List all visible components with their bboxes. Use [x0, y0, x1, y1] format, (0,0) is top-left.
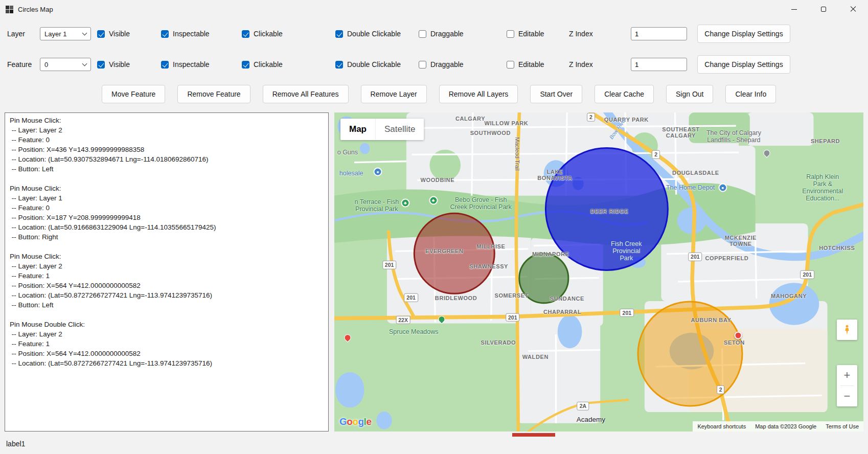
layer-checkbox-double-clickable[interactable]: Double Clickable [335, 30, 419, 38]
minimize-button[interactable] [779, 0, 809, 18]
map-label: holesale [339, 170, 363, 177]
remove-all-features-button[interactable]: Remove All Features [263, 85, 349, 103]
zoom-in-button[interactable]: + [837, 365, 857, 385]
title-bar: Circles Map [0, 0, 868, 18]
checkbox-icon [242, 30, 249, 38]
checkbox-label: Inspectable [173, 60, 210, 69]
map-label: SHEPARD [811, 138, 840, 144]
clear-cache-button[interactable]: Clear Cache [595, 85, 654, 103]
start-over-button[interactable]: Start Over [530, 85, 582, 103]
feature-circle-red[interactable] [414, 213, 495, 294]
layer-checkbox-inspectable[interactable]: Inspectable [161, 30, 242, 38]
log-panel[interactable]: Pin Mouse Click: -- Layer: Layer 2 -- Fe… [5, 112, 329, 432]
layer-checkbox-clickable[interactable]: Clickable [242, 30, 335, 38]
remove-feature-button[interactable]: Remove Feature [177, 85, 250, 103]
keyboard-shortcuts-link[interactable]: Keyboard shortcuts [697, 423, 746, 429]
checkbox-icon [507, 61, 514, 69]
checkbox-label: Editable [518, 30, 544, 38]
app-window: { "window": { "title": "Circles Map" }, … [0, 0, 868, 454]
pin-red-icon[interactable] [343, 333, 352, 342]
checkbox-label: Clickable [254, 60, 283, 69]
map-tab[interactable]: Map [340, 119, 375, 140]
map-label: WALDEN [522, 354, 549, 360]
checkbox-icon [507, 30, 514, 38]
map-label: DOUGLASDALE [672, 170, 719, 176]
minimize-icon [791, 9, 797, 10]
map-label: Bebo Grove - Fish Creek Provincial Park [450, 196, 512, 211]
zoom-out-button[interactable]: − [837, 386, 857, 406]
feature-circle-green[interactable] [518, 253, 569, 304]
map-label: MAHOGANY [771, 293, 807, 299]
checkbox-icon [419, 30, 426, 38]
shop-icon[interactable]: ■ [718, 183, 727, 192]
checkbox-icon [97, 30, 105, 38]
map-panel[interactable]: CALGARYWILLOW PARKQUARRY PARKThe City of… [334, 112, 863, 432]
layer-select[interactable]: Layer 1 [40, 27, 91, 40]
layer-zindex-input[interactable] [631, 27, 687, 40]
checkbox-label: Visible [109, 30, 130, 38]
terms-of-use-link[interactable]: Terms of Use [826, 423, 859, 429]
checkbox-icon [242, 61, 249, 69]
clear-info-button[interactable]: Clear Info [725, 85, 776, 103]
map-label: Academy [577, 416, 605, 423]
google-logo[interactable]: Google [339, 416, 371, 427]
feature-circle-blue[interactable] [545, 147, 669, 271]
feature-checkbox-visible[interactable]: Visible [97, 60, 161, 69]
layer-label: Layer [7, 30, 40, 38]
feature-checkbox-inspectable[interactable]: Inspectable [161, 60, 242, 69]
marker-red-icon[interactable] [734, 332, 742, 339]
shop-icon[interactable]: ■ [373, 168, 382, 176]
map-label: BRIDLEWOOD [435, 295, 477, 301]
tree-icon[interactable]: ♣ [429, 196, 438, 205]
chevron-down-icon [82, 31, 87, 36]
map-label: WOODBINE [421, 177, 455, 183]
feature-zindex-input[interactable] [631, 58, 687, 71]
map-label: The City of Calgary Landfills - Shepard [706, 129, 761, 144]
feature-checkbox-editable[interactable]: Editable [507, 60, 569, 69]
tree-icon[interactable]: ♣ [401, 198, 409, 207]
checkbox-label: Draggable [430, 30, 464, 38]
road-shield: 2 [587, 113, 595, 122]
map-label: SOUTHEAST CALGARY [662, 126, 699, 139]
status-label: label1 [6, 440, 25, 448]
layer-checkbox-draggable[interactable]: Draggable [419, 30, 507, 38]
pin-gray-icon[interactable] [762, 148, 771, 157]
feature-checkbox-clickable[interactable]: Clickable [242, 60, 335, 69]
status-bar: label1 [6, 440, 868, 448]
pin-green-icon[interactable] [437, 315, 446, 324]
checkbox-icon [161, 61, 169, 69]
maximize-button[interactable] [809, 0, 838, 18]
feature-change-display-button[interactable]: Change Display Settings [697, 55, 790, 74]
layer-checkbox-visible[interactable]: Visible [97, 30, 161, 38]
map-type-control: Map Satellite [340, 119, 424, 140]
move-feature-button[interactable]: Move Feature [102, 85, 165, 103]
feature-zindex-label: Z Index [569, 60, 631, 69]
checkbox-label: Double Clickable [347, 60, 401, 69]
remove-layer-button[interactable]: Remove Layer [361, 85, 427, 103]
map-label: o Guns [337, 149, 358, 156]
map-label: HOTCHKISS [819, 245, 855, 251]
road-shield: 201 [382, 261, 397, 269]
feature-select-value: 0 [44, 61, 48, 69]
remove-all-layers-button[interactable]: Remove All Layers [439, 85, 518, 103]
map-label: SOUTHWOOD [470, 130, 511, 136]
app-icon [6, 6, 13, 13]
map-label: WILLOW PARK [484, 120, 528, 126]
close-button[interactable] [838, 0, 868, 18]
feature-label: Feature [7, 60, 40, 69]
map-label: Spruce Meadows [389, 328, 439, 335]
satellite-tab[interactable]: Satellite [375, 119, 424, 140]
feature-checkbox-draggable[interactable]: Draggable [419, 60, 507, 69]
map-label: The Home Depot [666, 184, 715, 191]
feature-select[interactable]: 0 [40, 58, 91, 71]
layer-change-display-button[interactable]: Change Display Settings [697, 25, 790, 43]
feature-checkbox-double-clickable[interactable]: Double Clickable [335, 60, 419, 69]
window-controls [779, 0, 868, 18]
layer-checkbox-editable[interactable]: Editable [507, 30, 569, 38]
road-shield: 201 [404, 293, 418, 302]
pegman-button[interactable] [837, 320, 857, 340]
feature-circle-orange[interactable] [637, 301, 743, 407]
checkbox-label: Visible [109, 60, 130, 69]
sign-out-button[interactable]: Sign Out [666, 85, 713, 103]
road-shield: 201 [801, 270, 815, 279]
